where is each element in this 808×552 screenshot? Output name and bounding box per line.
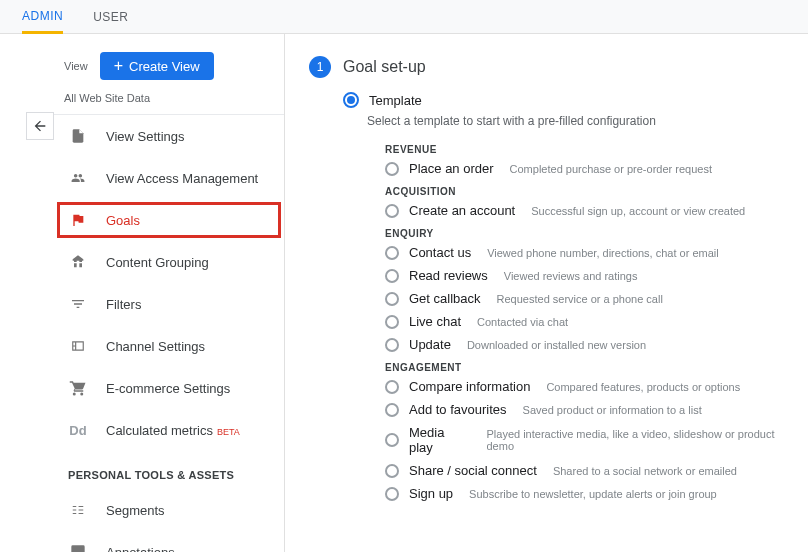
option-description: Requested service or a phone call — [497, 293, 663, 305]
sidebar-item-label: View Settings — [106, 129, 185, 144]
option-label: Read reviews — [409, 268, 488, 283]
option-radio[interactable] — [385, 403, 399, 417]
template-option[interactable]: Get callbackRequested service or a phone… — [385, 291, 798, 306]
option-radio[interactable] — [385, 269, 399, 283]
option-description: Completed purchase or pre-order request — [510, 163, 712, 175]
template-option[interactable]: Compare informationCompared features, pr… — [385, 379, 798, 394]
option-description: Compared features, products or options — [546, 381, 740, 393]
option-radio[interactable] — [385, 464, 399, 478]
template-group: ACQUISITIONCreate an accountSuccessful s… — [309, 186, 798, 218]
sidebar-item-filters[interactable]: Filters — [54, 283, 284, 325]
option-label: Sign up — [409, 486, 453, 501]
option-description: Shared to a social network or emailed — [553, 465, 737, 477]
template-option[interactable]: Media playPlayed interactive media, like… — [385, 425, 798, 455]
step-number-badge: 1 — [309, 56, 331, 78]
dd-icon: Dd — [68, 423, 88, 438]
document-icon — [68, 127, 88, 145]
option-description: Successful sign up, account or view crea… — [531, 205, 745, 217]
sidebar-item-access-management[interactable]: View Access Management — [54, 157, 284, 199]
option-description: Viewed reviews and ratings — [504, 270, 638, 282]
option-radio[interactable] — [385, 246, 399, 260]
option-label: Place an order — [409, 161, 494, 176]
arrow-left-icon — [32, 118, 48, 134]
channel-icon — [68, 339, 88, 353]
sidebar-item-content-grouping[interactable]: Content Grouping — [54, 241, 284, 283]
template-group: REVENUEPlace an orderCompleted purchase … — [309, 144, 798, 176]
filter-icon — [68, 296, 88, 312]
sidebar-item-label: Channel Settings — [106, 339, 205, 354]
personal-tools-header: PERSONAL TOOLS & ASSETS — [54, 451, 284, 489]
option-label: Compare information — [409, 379, 530, 394]
tab-bar: ADMIN USER — [0, 0, 808, 34]
template-option[interactable]: Add to favouritesSaved product or inform… — [385, 402, 798, 417]
sidebar-item-channel-settings[interactable]: Channel Settings — [54, 325, 284, 367]
option-label: Create an account — [409, 203, 515, 218]
option-radio[interactable] — [385, 487, 399, 501]
group-title: ACQUISITION — [385, 186, 798, 197]
option-description: Contacted via chat — [477, 316, 568, 328]
template-option[interactable]: Sign upSubscribe to newsletter, update a… — [385, 486, 798, 501]
sidebar-item-label: Goals — [106, 213, 140, 228]
option-label: Update — [409, 337, 451, 352]
option-description: Subscribe to newsletter, update alerts o… — [469, 488, 717, 500]
sidebar-item-segments[interactable]: Segments — [54, 489, 284, 531]
tab-admin[interactable]: ADMIN — [22, 1, 63, 34]
option-label: Live chat — [409, 314, 461, 329]
cart-icon — [68, 379, 88, 397]
main-panel: 1 Goal set-up Template Select a template… — [285, 34, 808, 552]
option-radio[interactable] — [385, 162, 399, 176]
sidebar-item-label: Annotations — [106, 545, 175, 553]
sidebar-item-calculated-metrics[interactable]: Dd Calculated metricsBETA — [54, 409, 284, 451]
sidebar-panel: View + Create View All Web Site Data Vie… — [0, 34, 285, 552]
template-option[interactable]: Contact usViewed phone number, direction… — [385, 245, 798, 260]
sidebar-item-label: View Access Management — [106, 171, 258, 186]
option-label: Get callback — [409, 291, 481, 306]
template-group: ENGAGEMENTCompare informationCompared fe… — [309, 362, 798, 501]
template-option[interactable]: Place an orderCompleted purchase or pre-… — [385, 161, 798, 176]
people-icon — [68, 171, 88, 185]
create-view-button[interactable]: + Create View — [100, 52, 214, 80]
option-radio[interactable] — [385, 338, 399, 352]
sidebar-item-label: Calculated metricsBETA — [106, 423, 240, 438]
option-description: Downloaded or installed new version — [467, 339, 646, 351]
sidebar-item-ecommerce-settings[interactable]: E-commerce Settings — [54, 367, 284, 409]
template-radio-label: Template — [369, 93, 422, 108]
option-label: Media play — [409, 425, 470, 455]
tab-user[interactable]: USER — [93, 0, 128, 33]
template-radio[interactable] — [343, 92, 359, 108]
annotations-icon — [68, 544, 88, 552]
option-label: Contact us — [409, 245, 471, 260]
template-option[interactable]: UpdateDownloaded or installed new versio… — [385, 337, 798, 352]
option-description: Played interactive media, like a video, … — [486, 428, 798, 452]
option-description: Viewed phone number, directions, chat or… — [487, 247, 719, 259]
back-button[interactable] — [26, 112, 54, 140]
sidebar-item-view-settings[interactable]: View Settings — [54, 115, 284, 157]
create-view-label: Create View — [129, 59, 200, 74]
option-radio[interactable] — [385, 315, 399, 329]
template-option[interactable]: Read reviewsViewed reviews and ratings — [385, 268, 798, 283]
option-radio[interactable] — [385, 204, 399, 218]
template-option[interactable]: Share / social connectShared to a social… — [385, 463, 798, 478]
template-hint: Select a template to start with a pre-fi… — [309, 114, 798, 128]
group-title: ENQUIRY — [385, 228, 798, 239]
group-title: ENGAGEMENT — [385, 362, 798, 373]
sidebar-item-annotations[interactable]: Annotations — [54, 531, 284, 552]
segments-icon — [68, 503, 88, 517]
template-option[interactable]: Live chatContacted via chat — [385, 314, 798, 329]
plus-icon: + — [114, 57, 123, 75]
flag-icon — [68, 212, 88, 228]
option-label: Share / social connect — [409, 463, 537, 478]
beta-badge: BETA — [217, 427, 240, 437]
sidebar-item-goals[interactable]: Goals — [54, 199, 284, 241]
sidebar-item-label: Content Grouping — [106, 255, 209, 270]
sidebar-item-label: Segments — [106, 503, 165, 518]
step-title: Goal set-up — [343, 58, 426, 76]
option-radio[interactable] — [385, 433, 399, 447]
hierarchy-icon — [68, 254, 88, 270]
sidebar-item-label: Filters — [106, 297, 141, 312]
view-selector[interactable]: All Web Site Data — [54, 88, 284, 115]
option-radio[interactable] — [385, 380, 399, 394]
option-radio[interactable] — [385, 292, 399, 306]
view-label: View — [64, 60, 88, 72]
template-option[interactable]: Create an accountSuccessful sign up, acc… — [385, 203, 798, 218]
